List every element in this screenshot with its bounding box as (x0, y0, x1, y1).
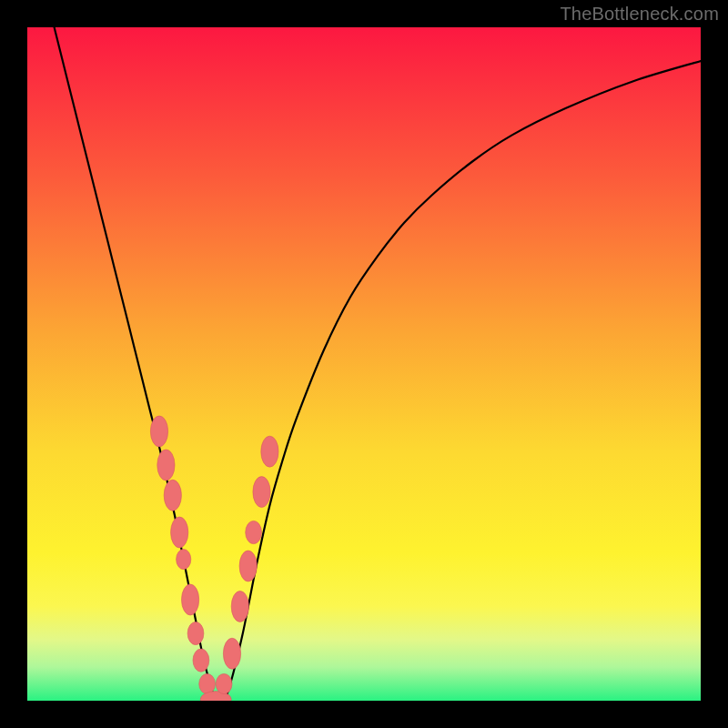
curve-marker (246, 521, 262, 543)
curve-marker (157, 450, 175, 480)
curve-marker (231, 591, 248, 622)
curve-marker (182, 584, 199, 615)
curve-marker (253, 477, 270, 508)
curve-marker (261, 436, 278, 467)
bottleneck-curve (27, 27, 701, 701)
curve-marker (223, 638, 240, 669)
curve-marker (187, 622, 204, 644)
watermark-text: TheBottleneck.com (560, 4, 719, 25)
curve-marker (239, 551, 257, 581)
curve-marker (177, 550, 191, 570)
curve-marker (199, 673, 216, 693)
curve-marker (216, 673, 232, 693)
plot-area (27, 27, 701, 701)
chart-frame: TheBottleneck.com (0, 0, 728, 728)
curve-marker (164, 480, 181, 511)
curve-marker (171, 517, 188, 548)
curve-marker (150, 416, 167, 447)
curve-marker (193, 649, 209, 672)
